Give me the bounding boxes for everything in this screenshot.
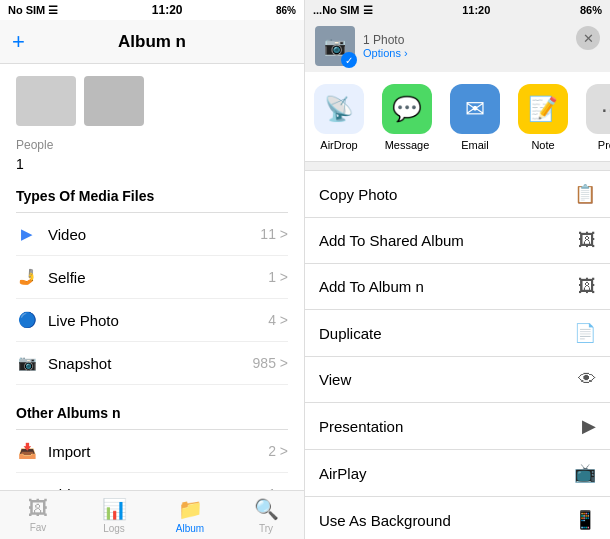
media-icon-video: ▶ bbox=[16, 223, 38, 245]
tab-icon-try: 🔍 bbox=[254, 497, 279, 521]
media-count: 1 > bbox=[268, 269, 288, 285]
share-app-label: Message bbox=[385, 139, 430, 151]
thumb-2 bbox=[84, 76, 144, 126]
right-time: 11:20 bbox=[462, 4, 490, 16]
action-item-duplicate[interactable]: Duplicate 📄 bbox=[305, 310, 610, 357]
tab-icon-logs: 📊 bbox=[102, 497, 127, 521]
media-count: 4 > bbox=[268, 312, 288, 328]
action-list: Copy Photo 📋 Add To Shared Album 🖼 Add T… bbox=[305, 162, 610, 539]
spacer bbox=[16, 385, 288, 401]
share-app-label: AirDrop bbox=[320, 139, 357, 151]
action-label: View bbox=[319, 371, 568, 388]
media-list: ▶ Video 11 > 🤳 Selfie 1 > 🔵 Live Photo 4… bbox=[16, 212, 288, 385]
album-icon-hide: 👁 bbox=[16, 483, 38, 490]
share-header: 📷 ✓ 1 Photo Options › ✕ bbox=[305, 20, 610, 72]
media-icon-snapshot: 📷 bbox=[16, 352, 38, 374]
tab-try[interactable]: 🔍 Try bbox=[228, 497, 304, 534]
tab-album[interactable]: 📁 Album bbox=[152, 497, 228, 534]
left-battery: 86% bbox=[276, 5, 296, 16]
left-panel: No SIM ☰ 11:20 86% + Album n People 1 Ty… bbox=[0, 0, 305, 539]
action-item-use-as-background[interactable]: Use As Background 📱 bbox=[305, 497, 610, 539]
action-label: AirPlay bbox=[319, 465, 564, 482]
media-list-item[interactable]: 🤳 Selfie 1 > bbox=[16, 256, 288, 299]
tab-logs[interactable]: 📊 Logs bbox=[76, 497, 152, 534]
left-status-bar: No SIM ☰ 11:20 86% bbox=[0, 0, 304, 20]
share-app-airdrop[interactable]: 📡 AirDrop bbox=[305, 84, 373, 151]
action-icon: 🖼 bbox=[578, 230, 596, 251]
media-list-item[interactable]: 📷 Snapshot 985 > bbox=[16, 342, 288, 385]
media-icon-selfie: 🤳 bbox=[16, 266, 38, 288]
left-content: People 1 Types Of Media Files ▶ Video 11… bbox=[0, 64, 304, 490]
album-list-item[interactable]: 📥 Import 2 > bbox=[16, 430, 288, 473]
airdrop-icon: 📡 bbox=[314, 84, 364, 134]
tab-fav[interactable]: 🖼 Fav bbox=[0, 497, 76, 533]
action-label: Duplicate bbox=[319, 325, 564, 342]
tab-icon-fav: 🖼 bbox=[28, 497, 48, 520]
album-list: 📥 Import 2 > 👁 Hide 1 > 🗑 Recently Delet… bbox=[16, 429, 288, 490]
message-icon: 💬 bbox=[382, 84, 432, 134]
media-count: 11 > bbox=[260, 226, 288, 242]
tab-label: Logs bbox=[103, 523, 125, 534]
action-label: Add To Album n bbox=[319, 278, 568, 295]
share-app-more[interactable]: ··· Pro... bbox=[577, 84, 610, 151]
tab-icon-album: 📁 bbox=[178, 497, 203, 521]
share-header-info: 1 Photo Options › bbox=[363, 33, 408, 59]
media-label: Snapshot bbox=[48, 355, 243, 372]
media-label: Selfie bbox=[48, 269, 258, 286]
action-label: Presentation bbox=[319, 418, 572, 435]
media-label: Live Photo bbox=[48, 312, 258, 329]
action-icon: 📺 bbox=[574, 462, 596, 484]
people-section: People 1 bbox=[16, 138, 288, 172]
media-list-item[interactable]: ▶ Video 11 > bbox=[16, 213, 288, 256]
other-header: Other Albums n bbox=[16, 405, 288, 421]
add-button[interactable]: + bbox=[12, 31, 25, 53]
mail-icon: ✉ bbox=[450, 84, 500, 134]
action-icon: 📋 bbox=[574, 183, 596, 205]
share-header-left: 📷 ✓ 1 Photo Options › bbox=[315, 26, 570, 66]
note-icon: 📝 bbox=[518, 84, 568, 134]
album-icon-import: 📥 bbox=[16, 440, 38, 462]
media-section: Types Of Media Files ▶ Video 11 > 🤳 Self… bbox=[16, 188, 288, 385]
people-value: 1 bbox=[16, 156, 288, 172]
tab-bar: 🖼 Fav 📊 Logs 📁 Album 🔍 Try bbox=[0, 490, 304, 539]
album-list-item[interactable]: 👁 Hide 1 > bbox=[16, 473, 288, 490]
share-thumbnail: 📷 ✓ bbox=[315, 26, 355, 66]
left-nav-bar: + Album n bbox=[0, 20, 304, 64]
media-icon-live photo: 🔵 bbox=[16, 309, 38, 331]
action-icon: 🖼 bbox=[578, 276, 596, 297]
action-item-add-to-shared-album[interactable]: Add To Shared Album 🖼 bbox=[305, 218, 610, 264]
close-button[interactable]: ✕ bbox=[576, 26, 600, 50]
tab-label: Fav bbox=[30, 522, 47, 533]
share-app-note[interactable]: 📝 Note bbox=[509, 84, 577, 151]
media-list-item[interactable]: 🔵 Live Photo 4 > bbox=[16, 299, 288, 342]
thumb-1 bbox=[16, 76, 76, 126]
share-app-label: Pro... bbox=[598, 139, 610, 151]
album-count: 2 > bbox=[268, 443, 288, 459]
media-label: Video bbox=[48, 226, 250, 243]
left-carrier: No SIM ☰ bbox=[8, 4, 58, 17]
share-app-mail[interactable]: ✉ Email bbox=[441, 84, 509, 151]
action-icon: 📄 bbox=[574, 322, 596, 344]
more-icon: ··· bbox=[586, 84, 610, 134]
action-item-add-to-album-n[interactable]: Add To Album n 🖼 bbox=[305, 264, 610, 310]
tab-label: Try bbox=[259, 523, 273, 534]
action-label: Add To Shared Album bbox=[319, 232, 568, 249]
action-item-copy-photo[interactable]: Copy Photo 📋 bbox=[305, 170, 610, 218]
right-status-bar: ...No SIM ☰ 11:20 86% bbox=[305, 0, 610, 20]
tab-label: Album bbox=[176, 523, 204, 534]
action-label: Use As Background bbox=[319, 512, 564, 529]
action-item-view[interactable]: View 👁 bbox=[305, 357, 610, 403]
action-item-presentation[interactable]: Presentation ▶ bbox=[305, 403, 610, 450]
media-count: 985 > bbox=[253, 355, 288, 371]
share-apps-row: 📡 AirDrop 💬 Message ✉ Email 📝 Note ··· P… bbox=[305, 72, 610, 162]
left-time: 11:20 bbox=[152, 3, 183, 17]
left-nav-title: Album n bbox=[118, 32, 186, 52]
share-app-label: Email bbox=[461, 139, 489, 151]
action-item-airplay[interactable]: AirPlay 📺 bbox=[305, 450, 610, 497]
share-options-link[interactable]: Options › bbox=[363, 47, 408, 59]
share-app-message[interactable]: 💬 Message bbox=[373, 84, 441, 151]
other-section: Other Albums n 📥 Import 2 > 👁 Hide 1 > 🗑… bbox=[16, 405, 288, 490]
right-panel: ...No SIM ☰ 11:20 86% 📷 ✓ 1 Photo Option… bbox=[305, 0, 610, 539]
album-label: Import bbox=[48, 443, 258, 460]
share-app-label: Note bbox=[531, 139, 554, 151]
